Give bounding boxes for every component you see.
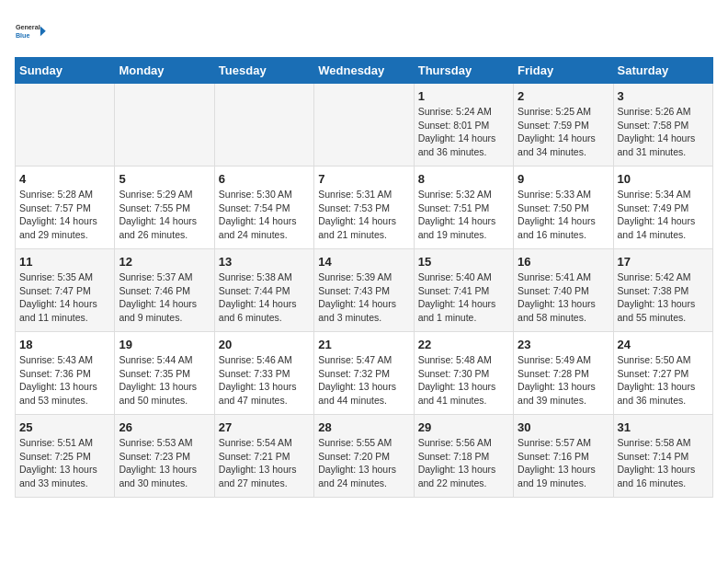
day-number: 20 [219, 338, 310, 351]
day-number: 4 [19, 172, 110, 186]
day-number: 9 [518, 172, 609, 186]
calendar-cell: 11Sunrise: 5:35 AMSunset: 7:47 PMDayligh… [16, 249, 115, 332]
day-number: 10 [618, 172, 709, 186]
calendar-cell: 22Sunrise: 5:48 AMSunset: 7:30 PMDayligh… [414, 332, 513, 415]
day-number: 16 [518, 255, 609, 269]
calendar-week-3: 11Sunrise: 5:35 AMSunset: 7:47 PMDayligh… [16, 249, 713, 332]
weekday-header-monday: Monday [115, 58, 214, 84]
day-number: 11 [19, 255, 110, 269]
day-info: Sunrise: 5:37 AMSunset: 7:46 PMDaylight:… [119, 270, 210, 325]
day-number: 29 [418, 420, 509, 434]
calendar-cell: 30Sunrise: 5:57 AMSunset: 7:16 PMDayligh… [514, 415, 613, 498]
day-info: Sunrise: 5:51 AMSunset: 7:25 PMDaylight:… [19, 436, 110, 490]
day-info: Sunrise: 5:53 AMSunset: 7:23 PMDaylight:… [119, 436, 210, 490]
calendar-cell: 26Sunrise: 5:53 AMSunset: 7:23 PMDayligh… [115, 415, 214, 498]
day-info: Sunrise: 5:32 AMSunset: 7:51 PMDaylight:… [418, 188, 509, 242]
day-number: 14 [318, 255, 409, 269]
day-info: Sunrise: 5:33 AMSunset: 7:50 PMDaylight:… [518, 188, 609, 242]
day-info: Sunrise: 5:30 AMSunset: 7:54 PMDaylight:… [219, 188, 310, 242]
calendar-cell [314, 84, 414, 167]
day-info: Sunrise: 5:48 AMSunset: 7:30 PMDaylight:… [418, 353, 509, 408]
day-number: 13 [219, 255, 310, 269]
day-info: Sunrise: 5:29 AMSunset: 7:55 PMDaylight:… [119, 188, 210, 242]
day-info: Sunrise: 5:46 AMSunset: 7:33 PMDaylight:… [219, 353, 310, 408]
logo: GeneralBlue [15, 15, 48, 48]
day-info: Sunrise: 5:49 AMSunset: 7:28 PMDaylight:… [518, 353, 609, 408]
calendar-cell: 6Sunrise: 5:30 AMSunset: 7:54 PMDaylight… [214, 167, 313, 249]
weekday-header-sunday: Sunday [16, 58, 115, 84]
day-number: 17 [618, 255, 709, 269]
day-info: Sunrise: 5:55 AMSunset: 7:20 PMDaylight:… [318, 436, 409, 490]
day-number: 6 [219, 172, 310, 186]
day-info: Sunrise: 5:28 AMSunset: 7:57 PMDaylight:… [19, 188, 110, 242]
header: GeneralBlue [15, 15, 713, 48]
calendar-cell: 25Sunrise: 5:51 AMSunset: 7:25 PMDayligh… [16, 415, 115, 498]
weekday-header-row: SundayMondayTuesdayWednesdayThursdayFrid… [16, 58, 713, 84]
day-info: Sunrise: 5:26 AMSunset: 7:58 PMDaylight:… [618, 105, 709, 159]
calendar-cell: 29Sunrise: 5:56 AMSunset: 7:18 PMDayligh… [414, 415, 513, 498]
calendar-cell: 24Sunrise: 5:50 AMSunset: 7:27 PMDayligh… [613, 332, 712, 415]
day-number: 31 [618, 420, 709, 434]
calendar-cell: 7Sunrise: 5:31 AMSunset: 7:53 PMDaylight… [314, 167, 414, 249]
day-info: Sunrise: 5:56 AMSunset: 7:18 PMDaylight:… [418, 436, 509, 490]
calendar-cell: 17Sunrise: 5:42 AMSunset: 7:38 PMDayligh… [613, 249, 712, 332]
day-number: 12 [119, 255, 210, 269]
weekday-header-wednesday: Wednesday [314, 58, 414, 84]
day-info: Sunrise: 5:31 AMSunset: 7:53 PMDaylight:… [318, 188, 409, 242]
calendar-cell: 5Sunrise: 5:29 AMSunset: 7:55 PMDaylight… [115, 167, 214, 249]
calendar-cell: 2Sunrise: 5:25 AMSunset: 7:59 PMDaylight… [514, 84, 613, 167]
calendar-cell: 4Sunrise: 5:28 AMSunset: 7:57 PMDaylight… [16, 167, 115, 249]
day-number: 21 [318, 338, 409, 351]
calendar-cell: 12Sunrise: 5:37 AMSunset: 7:46 PMDayligh… [115, 249, 214, 332]
calendar-cell: 16Sunrise: 5:41 AMSunset: 7:40 PMDayligh… [514, 249, 613, 332]
day-number: 8 [418, 172, 509, 186]
day-info: Sunrise: 5:57 AMSunset: 7:16 PMDaylight:… [518, 436, 609, 490]
day-info: Sunrise: 5:39 AMSunset: 7:43 PMDaylight:… [318, 270, 409, 325]
day-number: 5 [119, 172, 210, 186]
calendar-week-2: 4Sunrise: 5:28 AMSunset: 7:57 PMDaylight… [16, 167, 713, 249]
calendar-cell [115, 84, 214, 167]
calendar-cell: 14Sunrise: 5:39 AMSunset: 7:43 PMDayligh… [314, 249, 414, 332]
day-info: Sunrise: 5:43 AMSunset: 7:36 PMDaylight:… [19, 353, 110, 408]
day-info: Sunrise: 5:44 AMSunset: 7:35 PMDaylight:… [119, 353, 210, 408]
day-number: 30 [518, 420, 609, 434]
svg-marker-2 [40, 26, 46, 36]
calendar-cell: 8Sunrise: 5:32 AMSunset: 7:51 PMDaylight… [414, 167, 513, 249]
weekday-header-saturday: Saturday [613, 58, 712, 84]
calendar-week-1: 1Sunrise: 5:24 AMSunset: 8:01 PMDaylight… [16, 84, 713, 167]
day-number: 23 [518, 338, 609, 351]
calendar-cell: 28Sunrise: 5:55 AMSunset: 7:20 PMDayligh… [314, 415, 414, 498]
day-info: Sunrise: 5:47 AMSunset: 7:32 PMDaylight:… [318, 353, 409, 408]
weekday-header-thursday: Thursday [414, 58, 513, 84]
calendar-cell: 18Sunrise: 5:43 AMSunset: 7:36 PMDayligh… [16, 332, 115, 415]
calendar-cell: 15Sunrise: 5:40 AMSunset: 7:41 PMDayligh… [414, 249, 513, 332]
day-info: Sunrise: 5:58 AMSunset: 7:14 PMDaylight:… [618, 436, 709, 490]
calendar-cell: 13Sunrise: 5:38 AMSunset: 7:44 PMDayligh… [214, 249, 313, 332]
day-number: 27 [219, 420, 310, 434]
calendar-cell: 9Sunrise: 5:33 AMSunset: 7:50 PMDaylight… [514, 167, 613, 249]
calendar-cell: 21Sunrise: 5:47 AMSunset: 7:32 PMDayligh… [314, 332, 414, 415]
logo-icon: GeneralBlue [15, 15, 48, 48]
day-number: 22 [418, 338, 509, 351]
day-info: Sunrise: 5:25 AMSunset: 7:59 PMDaylight:… [518, 105, 609, 159]
day-number: 24 [618, 338, 709, 351]
calendar-cell: 31Sunrise: 5:58 AMSunset: 7:14 PMDayligh… [613, 415, 712, 498]
day-info: Sunrise: 5:41 AMSunset: 7:40 PMDaylight:… [518, 270, 609, 325]
calendar-cell: 10Sunrise: 5:34 AMSunset: 7:49 PMDayligh… [613, 167, 712, 249]
day-number: 3 [618, 89, 709, 103]
day-number: 18 [19, 338, 110, 351]
calendar-cell [214, 84, 313, 167]
calendar-cell [16, 84, 115, 167]
calendar-cell: 1Sunrise: 5:24 AMSunset: 8:01 PMDaylight… [414, 84, 513, 167]
calendar-cell: 20Sunrise: 5:46 AMSunset: 7:33 PMDayligh… [214, 332, 313, 415]
day-number: 15 [418, 255, 509, 269]
day-number: 19 [119, 338, 210, 351]
day-info: Sunrise: 5:40 AMSunset: 7:41 PMDaylight:… [418, 270, 509, 325]
day-number: 1 [418, 89, 509, 103]
day-info: Sunrise: 5:35 AMSunset: 7:47 PMDaylight:… [19, 270, 110, 325]
calendar-table: SundayMondayTuesdayWednesdayThursdayFrid… [15, 57, 713, 498]
weekday-header-tuesday: Tuesday [214, 58, 313, 84]
calendar-week-4: 18Sunrise: 5:43 AMSunset: 7:36 PMDayligh… [16, 332, 713, 415]
calendar-cell: 23Sunrise: 5:49 AMSunset: 7:28 PMDayligh… [514, 332, 613, 415]
day-info: Sunrise: 5:42 AMSunset: 7:38 PMDaylight:… [618, 270, 709, 325]
